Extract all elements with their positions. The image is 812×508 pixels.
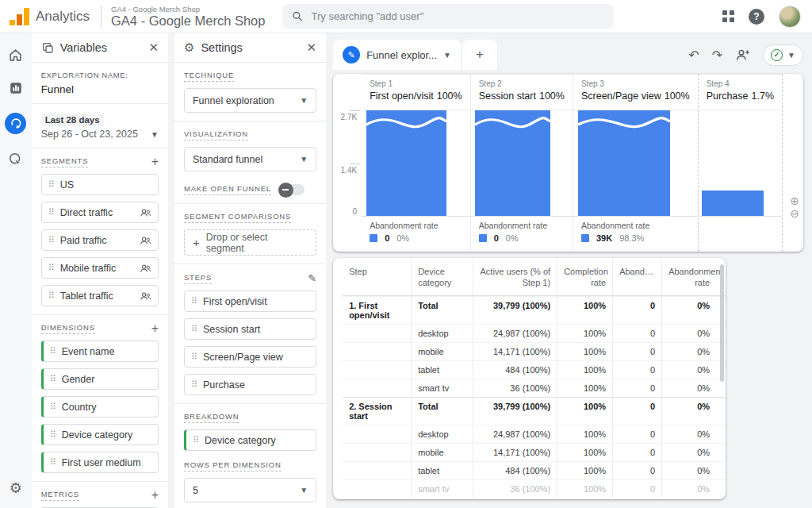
advertising-icon[interactable] xyxy=(7,150,25,167)
funnel-bar[interactable] xyxy=(702,190,764,216)
funnel-bar[interactable] xyxy=(578,110,670,216)
close-variables-icon[interactable]: ✕ xyxy=(148,40,159,55)
validation-status-button[interactable]: ✓ ▼ xyxy=(763,44,803,66)
cell-abandonment-rate: 0% xyxy=(661,343,716,360)
table-row[interactable]: desktop 24,987 (100%) 100% 0 0% xyxy=(343,324,726,342)
col-header-completion-rate[interactable]: Completion rate xyxy=(557,258,612,295)
close-settings-icon[interactable]: ✕ xyxy=(307,40,317,55)
dimension-chip[interactable]: ⠿ Device category xyxy=(41,424,159,445)
segment-chip[interactable]: ⠿ Tablet traffic xyxy=(41,285,159,306)
drag-handle-icon[interactable]: ⠿ xyxy=(191,379,197,390)
share-user-icon[interactable] xyxy=(735,48,750,61)
table-row[interactable]: smart tv 36 (100%) 100% 0 0% xyxy=(343,479,726,498)
step-completion-rate: 1.7% xyxy=(752,90,775,102)
tab-funnel-exploration[interactable]: ✎ Funnel explor... ▼ xyxy=(333,40,461,70)
step-number-label: Step 4 xyxy=(707,79,774,88)
abandonment-rate-value: 0% xyxy=(396,233,409,243)
reports-icon[interactable] xyxy=(7,79,25,97)
drag-handle-icon[interactable]: ⠿ xyxy=(191,296,197,306)
add-dimension-button[interactable]: + xyxy=(151,324,159,333)
table-row[interactable]: desktop 24,987 (100%) 100% 0 0% xyxy=(343,425,726,443)
chevron-down-icon: ▼ xyxy=(300,96,308,105)
drag-handle-icon[interactable]: ⠿ xyxy=(50,402,56,412)
exploration-name-value[interactable]: Funnel xyxy=(41,83,159,95)
segment-chip[interactable]: ⠿ Mobile traffic xyxy=(41,257,159,279)
visualization-select[interactable]: Standard funnel ▼ xyxy=(184,147,316,171)
col-header-abandonments[interactable]: Abandonmen… xyxy=(612,258,661,295)
search-bar[interactable] xyxy=(282,4,614,29)
explore-icon[interactable] xyxy=(5,113,26,134)
undo-icon[interactable]: ↶ xyxy=(688,48,699,63)
date-range-picker[interactable]: Last 28 days Sep 26 - Oct 23, 2025 ▼ xyxy=(32,104,168,148)
drag-handle-icon[interactable]: ⠿ xyxy=(48,263,54,273)
funnel-bar[interactable] xyxy=(366,110,446,216)
drag-handle-icon[interactable]: ⠿ xyxy=(50,346,56,356)
edit-steps-icon[interactable]: ✎ xyxy=(308,272,316,284)
cell-active-users: 36 (100%) xyxy=(473,379,557,397)
step-chip[interactable]: ⠿ First open/visit xyxy=(184,291,316,312)
property-switcher[interactable]: GA4 - Google Merch Shop GA4 - Google Mer… xyxy=(111,5,265,28)
table-row[interactable]: 2. Session start Total 39,799 (100%) 100… xyxy=(343,397,726,425)
table-row[interactable]: 1. First open/visit Total 39,799 (100%) … xyxy=(343,296,726,324)
drag-handle-icon[interactable]: ⠿ xyxy=(50,374,56,384)
drag-handle-icon[interactable]: ⠿ xyxy=(48,235,54,245)
dimension-chip[interactable]: ⠿ First user medium xyxy=(41,452,159,473)
drag-handle-icon[interactable]: ⠿ xyxy=(50,429,56,440)
funnel-bar[interactable] xyxy=(475,110,550,216)
funnel-y-axis: 2.7K 1.4K 0 xyxy=(338,74,362,252)
help-icon[interactable]: ? xyxy=(749,9,764,25)
plus-icon: + xyxy=(193,236,200,249)
table-scrollbar[interactable] xyxy=(720,264,724,382)
cell-completion-rate: 100% xyxy=(557,325,612,342)
cell-active-users: 24,987 (100%) xyxy=(473,325,557,342)
drop-segment-zone[interactable]: + Drop or select segment xyxy=(184,229,316,256)
table-row[interactable]: tablet 484 (100%) 100% 0 0% xyxy=(343,461,726,479)
rows-per-dimension-select[interactable]: 5 ▼ xyxy=(184,478,316,502)
table-row[interactable]: mobile 14,171 (100%) 100% 0 0% xyxy=(343,443,726,461)
home-icon[interactable] xyxy=(7,46,25,64)
drag-handle-icon[interactable]: ⠿ xyxy=(193,435,198,445)
add-metric-button[interactable]: + xyxy=(151,491,159,500)
col-header-step[interactable]: Step xyxy=(343,258,411,295)
drag-handle-icon[interactable]: ⠿ xyxy=(191,324,197,334)
col-header-abandonment-rate[interactable]: Abandonment rate xyxy=(661,258,716,295)
drag-handle-icon[interactable]: ⠿ xyxy=(48,179,54,190)
apps-grid-icon[interactable] xyxy=(722,10,734,22)
dimension-chip[interactable]: ⠿ Gender xyxy=(41,368,159,390)
add-tab-button[interactable]: + xyxy=(462,40,497,70)
dimensions-list: ⠿ Event name ⠿ Gender ⠿ Country ⠿ xyxy=(41,341,159,473)
add-segment-button[interactable]: + xyxy=(151,157,159,167)
col-header-device-category[interactable]: Device category xyxy=(411,258,473,295)
admin-gear-icon[interactable]: ⚙ xyxy=(10,479,22,497)
step-chip[interactable]: ⠿ Screen/Page view xyxy=(184,346,316,368)
drag-handle-icon[interactable]: ⠿ xyxy=(48,291,54,301)
cell-step xyxy=(343,325,411,342)
step-chip[interactable]: ⠿ Session start xyxy=(184,318,316,340)
drag-handle-icon[interactable]: ⠿ xyxy=(191,352,197,362)
dimension-chip[interactable]: ⠿ Country xyxy=(41,396,159,418)
drag-handle-icon[interactable]: ⠿ xyxy=(50,457,56,468)
search-input[interactable] xyxy=(312,10,605,22)
dimension-chip[interactable]: ⠿ Event name xyxy=(41,341,159,362)
step-chip[interactable]: ⠿ Purchase xyxy=(184,374,316,395)
make-open-funnel-toggle[interactable] xyxy=(279,184,304,195)
breakdown-chip[interactable]: ⠿ Device category xyxy=(184,429,316,451)
funnel-step-column: Step 4 Purchase 1.7% xyxy=(698,74,783,252)
zoom-out-icon[interactable]: ⊖ xyxy=(790,208,799,220)
zoom-in-icon[interactable]: ⊕ xyxy=(790,195,799,207)
segment-chip[interactable]: ⠿ Paid traffic xyxy=(41,229,159,251)
cell-abandonments: 0 xyxy=(612,379,661,397)
segment-chip[interactable]: ⠿ US xyxy=(41,174,159,195)
table-row[interactable]: mobile 14,171 (100%) 100% 0 0% xyxy=(343,342,726,360)
technique-select[interactable]: Funnel exploration ▼ xyxy=(184,88,316,113)
segment-chip[interactable]: ⠿ Direct traffic xyxy=(41,202,159,223)
avatar[interactable] xyxy=(779,6,801,28)
drag-handle-icon[interactable]: ⠿ xyxy=(48,207,54,217)
table-row[interactable]: tablet 484 (100%) 100% 0 0% xyxy=(343,360,726,379)
funnel-step-column: Step 1 First open/visit 100% xyxy=(362,74,470,252)
redo-icon[interactable]: ↷ xyxy=(712,48,722,63)
col-header-active-users[interactable]: Active users (% of Step 1) xyxy=(473,258,557,295)
table-row[interactable]: smart tv 36 (100%) 100% 0 0% xyxy=(343,379,726,397)
dimension-label: Device category xyxy=(62,429,133,441)
tab-label: Funnel explor... xyxy=(366,49,437,61)
